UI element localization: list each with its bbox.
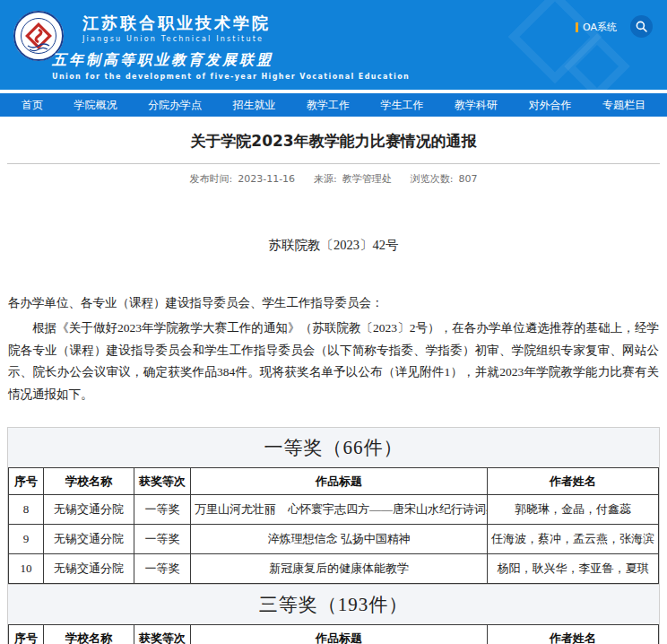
source-value: 教学管理处 bbox=[342, 173, 392, 185]
nav-item-overview[interactable]: 学院概况 bbox=[74, 98, 117, 113]
table-cell: 杨阳，耿兴华，李亚鲁，夏琪 bbox=[488, 554, 659, 584]
table-header-row: 序号 学校名称 获奖等次 作品标题 作者姓名 bbox=[9, 468, 659, 495]
table-cell: 郭晓琳，金晶，付鑫蕊 bbox=[488, 495, 659, 525]
article-meta: 发布时间:2023-11-16来源:教学管理处浏览次数:807 bbox=[0, 172, 667, 186]
nav-item-special-topics[interactable]: 专题栏目 bbox=[602, 98, 645, 113]
nav-item-research[interactable]: 教学科研 bbox=[455, 98, 498, 113]
main-nav: 首页 学院概况 分院办学点 招生就业 教学工作 学生工作 教学科研 对外合作 专… bbox=[0, 93, 667, 117]
site-identity: 江苏联合职业技术学院 Jiangsu Union Technical Insti… bbox=[82, 14, 271, 43]
table-header-row: 序号 学校名称 获奖等次 作品标题 作者姓名 bbox=[9, 625, 659, 644]
title-divider bbox=[7, 163, 660, 164]
table-row: 9 无锡交通分院 一等奖 淬炼理想信念 弘扬中国精神 任海波，蔡冲，孟云燕，张海… bbox=[9, 525, 659, 554]
nav-item-home[interactable]: 首页 bbox=[22, 98, 43, 113]
union-identity: 五年制高等职业教育发展联盟 Union for the development … bbox=[52, 51, 410, 81]
col-header-work-title: 作品标题 bbox=[191, 468, 488, 495]
views-value: 807 bbox=[459, 173, 478, 185]
publish-time-value: 2023-11-16 bbox=[238, 173, 295, 185]
award-section-title: 一等奖（66件） bbox=[8, 428, 659, 467]
oa-system-link[interactable]: OA系统 bbox=[576, 21, 617, 34]
body-paragraph: 根据《关于做好2023年学院教学大赛工作的通知》（苏联院教〔2023〕2号），在… bbox=[8, 318, 659, 405]
col-header-grade: 获奖等次 bbox=[134, 625, 191, 644]
union-name-en: Union for the development of five-year H… bbox=[52, 73, 410, 81]
col-header-school: 学校名称 bbox=[44, 468, 134, 495]
nav-item-cooperation[interactable]: 对外合作 bbox=[529, 98, 572, 113]
search-button[interactable] bbox=[630, 15, 653, 38]
nav-item-teaching[interactable]: 教学工作 bbox=[307, 98, 350, 113]
table-cell: 淬炼理想信念 弘扬中国精神 bbox=[191, 525, 488, 554]
views-label: 浏览次数: bbox=[411, 173, 454, 185]
union-name: 五年制高等职业教育发展联盟 bbox=[52, 51, 410, 70]
table-cell: 无锡交通分院 bbox=[44, 554, 134, 584]
award-section-title: 三等奖（193件） bbox=[8, 585, 659, 624]
publish-time-label: 发布时间: bbox=[189, 173, 232, 185]
col-header-school: 学校名称 bbox=[44, 625, 134, 644]
col-header-index: 序号 bbox=[9, 625, 44, 644]
table-cell: 一等奖 bbox=[134, 525, 191, 554]
salutation: 各办学单位、各专业（课程）建设指导委员会、学生工作指导委员会： bbox=[8, 295, 659, 311]
site-name-en: Jiangsu Union Technical Institute bbox=[82, 35, 271, 43]
document-number: 苏联院教〔2023〕42号 bbox=[0, 237, 667, 254]
award-section-third-prize: 三等奖（193件） 序号 学校名称 获奖等次 作品标题 作者姓名 15 无锡交通 bbox=[7, 585, 660, 644]
col-header-authors: 作者姓名 bbox=[488, 468, 659, 495]
col-header-index: 序号 bbox=[9, 468, 44, 495]
table-cell: 无锡交通分院 bbox=[44, 525, 134, 554]
table-cell: 一等奖 bbox=[134, 495, 191, 525]
page-title: 关于学院2023年教学能力比赛情况的通报 bbox=[0, 131, 667, 152]
search-icon bbox=[636, 21, 647, 32]
table-cell: 万里山河尤壮丽 心怀寰宇志四方——唐宋山水纪行诗词鉴赏 bbox=[191, 495, 488, 525]
table-cell: 一等奖 bbox=[134, 554, 191, 584]
source-label: 来源: bbox=[314, 173, 337, 185]
oa-system-label: OA系统 bbox=[583, 21, 617, 34]
nav-item-branches[interactable]: 分院办学点 bbox=[148, 98, 202, 113]
table-row: 8 无锡交通分院 一等奖 万里山河尤壮丽 心怀寰宇志四方——唐宋山水纪行诗词鉴赏… bbox=[9, 495, 659, 525]
award-tables: 一等奖（66件） 序号 学校名称 获奖等次 作品标题 作者姓名 8 无锡交通分院 bbox=[7, 427, 660, 644]
award-table: 序号 学校名称 获奖等次 作品标题 作者姓名 15 无锡交通分院 三等奖 倡导理… bbox=[8, 624, 659, 644]
oa-marker-icon bbox=[576, 22, 578, 32]
table-cell: 新冠康复后的健康体能教学 bbox=[191, 554, 488, 584]
col-header-work-title: 作品标题 bbox=[191, 625, 488, 644]
nav-item-admissions[interactable]: 招生就业 bbox=[233, 98, 276, 113]
table-row: 10 无锡交通分院 一等奖 新冠康复后的健康体能教学 杨阳，耿兴华，李亚鲁，夏琪 bbox=[9, 554, 659, 584]
table-cell: 8 bbox=[9, 495, 44, 525]
table-cell: 任海波，蔡冲，孟云燕，张海滨 bbox=[488, 525, 659, 554]
table-cell: 10 bbox=[9, 554, 44, 584]
table-cell: 9 bbox=[9, 525, 44, 554]
award-section-first-prize: 一等奖（66件） 序号 学校名称 获奖等次 作品标题 作者姓名 8 无锡交通分院 bbox=[7, 427, 660, 585]
article: 关于学院2023年教学能力比赛情况的通报 发布时间:2023-11-16来源:教… bbox=[0, 131, 667, 644]
col-header-authors: 作者姓名 bbox=[488, 625, 659, 644]
site-name: 江苏联合职业技术学院 bbox=[82, 14, 271, 32]
nav-item-student-work[interactable]: 学生工作 bbox=[381, 98, 424, 113]
table-cell: 无锡交通分院 bbox=[44, 495, 134, 525]
col-header-grade: 获奖等次 bbox=[134, 468, 191, 495]
site-header: 江苏联合职业技术学院 Jiangsu Union Technical Insti… bbox=[0, 0, 667, 90]
award-table: 序号 学校名称 获奖等次 作品标题 作者姓名 8 无锡交通分院 一等奖 万里山河… bbox=[8, 467, 659, 584]
